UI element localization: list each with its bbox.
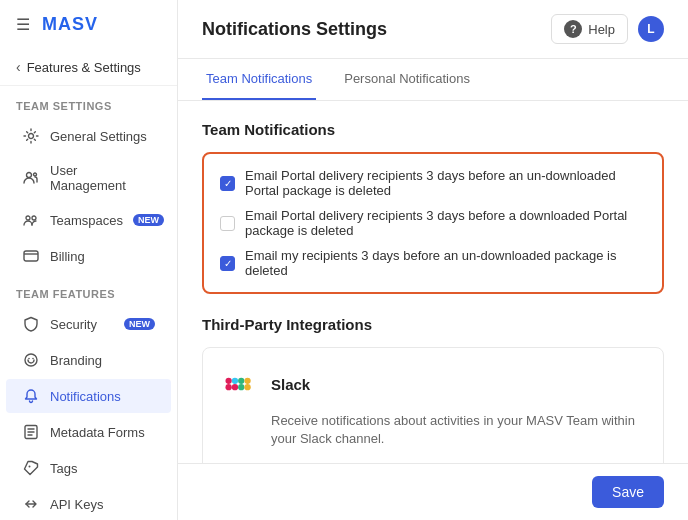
metadata-forms-icon	[22, 423, 40, 441]
slack-name: Slack	[271, 376, 310, 393]
tabs-bar: Team Notifications Personal Notification…	[178, 59, 688, 101]
svg-point-8	[32, 358, 34, 360]
svg-point-10	[29, 466, 31, 468]
sidebar-item-teamspaces[interactable]: Teamspaces NEW	[6, 203, 171, 237]
sidebar: ☰ MASV ‹ Features & Settings Team Settin…	[0, 0, 178, 520]
slack-logo	[219, 364, 259, 404]
sidebar-item-billing[interactable]: Billing	[6, 239, 171, 273]
back-label: Features & Settings	[27, 60, 141, 75]
svg-rect-12	[226, 384, 232, 390]
sidebar-item-label: Branding	[50, 353, 102, 368]
svg-rect-14	[232, 384, 238, 390]
checkbox-label-2: Email my recipients 3 days before an un-…	[245, 248, 646, 278]
svg-rect-5	[24, 251, 38, 261]
checkbox-downloaded-portal[interactable]	[220, 216, 235, 231]
header: Notifications Settings ? Help L	[178, 0, 688, 59]
sidebar-item-label: Tags	[50, 461, 77, 476]
notification-checkboxes-group: Email Portal delivery recipients 3 days …	[202, 152, 664, 294]
svg-rect-18	[244, 384, 250, 390]
checkbox-row-0: Email Portal delivery recipients 3 days …	[220, 168, 646, 198]
svg-rect-19	[244, 378, 250, 384]
new-badge: NEW	[124, 318, 155, 330]
general-settings-icon	[22, 127, 40, 145]
sidebar-item-api-keys[interactable]: API Keys	[6, 487, 171, 520]
tab-personal-notifications[interactable]: Personal Notifications	[340, 59, 474, 100]
sidebar-item-general-settings[interactable]: General Settings	[6, 119, 171, 153]
sidebar-item-metadata-forms[interactable]: Metadata Forms	[6, 415, 171, 449]
logo-area: ☰ MASV	[0, 0, 177, 49]
sidebar-item-label: Teamspaces	[50, 213, 123, 228]
checkbox-label-1: Email Portal delivery recipients 3 days …	[245, 208, 646, 238]
help-icon: ?	[564, 20, 582, 38]
svg-rect-15	[232, 378, 238, 384]
slack-integration-card: Slack Receive notifications about activi…	[202, 347, 664, 463]
svg-rect-13	[226, 378, 232, 384]
sidebar-item-label: API Keys	[50, 497, 103, 512]
new-badge: NEW	[133, 214, 164, 226]
svg-rect-16	[238, 384, 244, 390]
checkbox-row-1: Email Portal delivery recipients 3 days …	[220, 208, 646, 238]
sidebar-item-label: Notifications	[50, 389, 121, 404]
tags-icon	[22, 459, 40, 477]
team-settings-label: Team Settings	[0, 86, 177, 118]
footer: Save	[178, 463, 688, 520]
svg-point-3	[26, 216, 30, 220]
sidebar-item-label: General Settings	[50, 129, 147, 144]
sidebar-item-notifications[interactable]: Notifications	[6, 379, 171, 413]
teamspaces-icon	[22, 211, 40, 229]
hamburger-icon[interactable]: ☰	[16, 15, 30, 34]
sidebar-item-tags[interactable]: Tags	[6, 451, 171, 485]
page-title: Notifications Settings	[202, 19, 387, 40]
svg-point-1	[27, 173, 32, 178]
sidebar-item-label: Billing	[50, 249, 85, 264]
slack-header: Slack	[219, 364, 647, 404]
team-features-label: Team Features	[0, 274, 177, 306]
save-button[interactable]: Save	[592, 476, 664, 508]
sidebar-item-security[interactable]: Security NEW	[6, 307, 171, 341]
checkbox-row-2: Email my recipients 3 days before an un-…	[220, 248, 646, 278]
back-arrow-icon: ‹	[16, 59, 21, 75]
checkbox-undownloaded-my[interactable]	[220, 256, 235, 271]
help-label: Help	[588, 22, 615, 37]
masv-logo: MASV	[42, 14, 98, 35]
main-content: Notifications Settings ? Help L Team Not…	[178, 0, 688, 520]
notifications-icon	[22, 387, 40, 405]
tab-team-notifications[interactable]: Team Notifications	[202, 59, 316, 100]
third-party-title: Third-Party Integrations	[202, 316, 664, 333]
svg-rect-17	[238, 378, 244, 384]
help-button[interactable]: ? Help	[551, 14, 628, 44]
svg-point-4	[32, 216, 36, 220]
svg-point-2	[34, 173, 37, 176]
back-button[interactable]: ‹ Features & Settings	[0, 49, 177, 86]
sidebar-item-label: Security	[50, 317, 97, 332]
slack-description: Receive notifications about activities i…	[219, 412, 647, 448]
svg-point-7	[28, 358, 30, 360]
checkbox-label-0: Email Portal delivery recipients 3 days …	[245, 168, 646, 198]
sidebar-item-branding[interactable]: Branding	[6, 343, 171, 377]
sidebar-item-label: User Management	[50, 163, 155, 193]
svg-point-0	[29, 134, 34, 139]
api-keys-icon	[22, 495, 40, 513]
user-management-icon	[22, 169, 40, 187]
sidebar-item-label: Metadata Forms	[50, 425, 145, 440]
checkbox-undownloaded-portal[interactable]	[220, 176, 235, 191]
security-icon	[22, 315, 40, 333]
content-area: Team Notifications Email Portal delivery…	[178, 101, 688, 463]
billing-icon	[22, 247, 40, 265]
branding-icon	[22, 351, 40, 369]
user-avatar[interactable]: L	[638, 16, 664, 42]
svg-point-6	[25, 354, 37, 366]
sidebar-item-user-management[interactable]: User Management	[6, 155, 171, 201]
team-notifications-title: Team Notifications	[202, 121, 664, 138]
